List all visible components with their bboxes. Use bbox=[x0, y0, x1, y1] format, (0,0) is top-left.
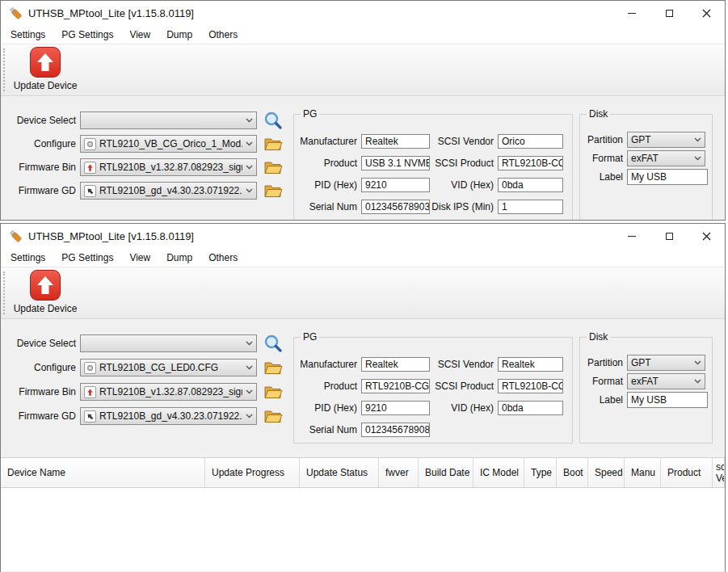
menu-pg-settings[interactable]: PG Settings bbox=[53, 26, 121, 44]
vid-hex-field[interactable]: 0bda bbox=[498, 178, 563, 192]
search-devices-button[interactable] bbox=[263, 111, 284, 130]
usb-drive-icon bbox=[7, 228, 23, 244]
firmware-bin-file-icon bbox=[84, 162, 96, 174]
disk-ips-field[interactable]: 1 bbox=[498, 200, 563, 214]
config-file-icon bbox=[84, 362, 96, 374]
browse-firmware-gd-button[interactable] bbox=[263, 406, 284, 426]
menu-others[interactable]: Others bbox=[200, 26, 246, 44]
column-header-build-date[interactable]: Build Date bbox=[419, 458, 473, 487]
update-device-button[interactable]: Update Device bbox=[11, 47, 80, 91]
firmware-gd-label: Firmware GD bbox=[5, 407, 76, 425]
minimize-button[interactable] bbox=[613, 224, 650, 248]
menu-view[interactable]: View bbox=[121, 249, 158, 267]
browse-configure-button[interactable] bbox=[263, 358, 284, 377]
maximize-button[interactable] bbox=[650, 224, 688, 248]
chevron-down-icon bbox=[691, 360, 701, 365]
volume-label-field[interactable]: My USB bbox=[627, 169, 708, 185]
window-body: Device Select Configure RTL9210B_CG_LED0… bbox=[1, 319, 725, 571]
browse-firmware-gd-button[interactable] bbox=[263, 181, 284, 200]
volume-label-field[interactable]: My USB bbox=[627, 392, 708, 408]
column-header-speed[interactable]: Speed bbox=[588, 458, 625, 487]
partition-combobox[interactable]: GPT bbox=[627, 355, 705, 371]
close-button[interactable] bbox=[688, 224, 725, 248]
configure-value: RTL9210_VB_CG_Orico_1_Mod.cfg bbox=[99, 138, 242, 149]
menu-settings[interactable]: Settings bbox=[2, 26, 53, 44]
configure-combobox[interactable]: RTL9210_VB_CG_Orico_1_Mod.cfg bbox=[80, 135, 257, 153]
scsi-product-field[interactable]: RTL9210B-CG bbox=[498, 379, 563, 393]
screen: UTHSB_MPtool_Lite [v1.15.8.0119] Setting… bbox=[0, 0, 728, 572]
device-table-body[interactable] bbox=[1, 488, 725, 571]
column-header-update-status[interactable]: Update Status bbox=[300, 458, 379, 487]
chevron-down-icon bbox=[242, 341, 253, 346]
configure-label: Configure bbox=[5, 359, 76, 376]
partition-value: GPT bbox=[631, 357, 651, 368]
menu-others[interactable]: Others bbox=[200, 249, 246, 267]
firmware-bin-value: RTL9210B_v1.32.87.082923_signed. bbox=[99, 162, 242, 173]
column-header-device-name[interactable]: Device Name bbox=[1, 458, 205, 487]
device-select-combobox[interactable] bbox=[80, 334, 257, 352]
partition-value: GPT bbox=[631, 134, 651, 145]
format-combobox[interactable]: exFAT bbox=[627, 150, 705, 166]
scsi-product-field[interactable]: RTL9210B-CG bbox=[498, 156, 563, 170]
format-value: exFAT bbox=[631, 153, 659, 164]
firmware-gd-combobox[interactable]: RTL9210B_gd_v4.30.23.071922.bin bbox=[80, 182, 257, 200]
configure-value: RTL9210B_CG_LED0.CFG bbox=[99, 362, 218, 373]
menu-dump[interactable]: Dump bbox=[158, 26, 200, 44]
usb-drive-icon bbox=[7, 5, 23, 21]
update-device-label: Update Device bbox=[11, 80, 80, 91]
column-header-product[interactable]: Product bbox=[661, 458, 713, 487]
firmware-bin-combobox[interactable]: RTL9210B_v1.32.87.082923_signed. bbox=[80, 158, 257, 176]
firmware-bin-value: RTL9210B_v1.32.87.082923_signed. bbox=[99, 386, 242, 397]
pg-group-title: PG bbox=[301, 331, 319, 343]
column-header-boot[interactable]: Boot bbox=[557, 458, 588, 487]
firmware-bin-label: Firmware Bin bbox=[5, 158, 76, 176]
update-device-button[interactable]: Update Device bbox=[11, 270, 80, 314]
menubar: Settings PG Settings View Dump Others bbox=[1, 25, 725, 44]
menu-view[interactable]: View bbox=[121, 26, 158, 44]
close-button[interactable] bbox=[688, 1, 725, 25]
titlebar[interactable]: UTHSB_MPtool_Lite [v1.15.8.0119] bbox=[1, 224, 725, 248]
disk-group: Disk Partition GPT Format exFAT Label My… bbox=[579, 114, 713, 221]
search-icon bbox=[263, 111, 283, 130]
browse-configure-button[interactable] bbox=[263, 134, 284, 154]
device-select-combobox[interactable] bbox=[80, 111, 257, 129]
chevron-down-icon bbox=[242, 389, 253, 394]
scsi-vendor-field[interactable]: Orico bbox=[498, 134, 563, 149]
menu-settings[interactable]: Settings bbox=[2, 249, 53, 267]
serial-num-label: Serial Num bbox=[296, 200, 357, 214]
serial-num-label: Serial Num bbox=[296, 423, 357, 437]
folder-icon bbox=[264, 360, 283, 375]
firmware-bin-combobox[interactable]: RTL9210B_v1.32.87.082923_signed. bbox=[80, 383, 257, 401]
partition-combobox[interactable]: GPT bbox=[627, 132, 705, 148]
configure-combobox[interactable]: RTL9210B_CG_LED0.CFG bbox=[80, 359, 257, 376]
column-header-scsi-ven[interactable]: scsi Ven bbox=[713, 458, 725, 487]
column-header-manu[interactable]: Manu bbox=[625, 458, 661, 487]
firmware-gd-combobox[interactable]: RTL9210B_gd_v4.30.23.071922.bin bbox=[80, 407, 257, 425]
minimize-button[interactable] bbox=[613, 1, 650, 25]
vid-hex-field[interactable]: 0bda bbox=[498, 401, 563, 415]
toolbar-grip[interactable] bbox=[3, 48, 5, 91]
column-header-fwver[interactable]: fwver bbox=[379, 458, 419, 487]
column-header-ic-model[interactable]: IC Model bbox=[473, 458, 524, 487]
firmware-gd-value: RTL9210B_gd_v4.30.23.071922.bin bbox=[99, 410, 242, 422]
vid-hex-label: VID (Hex) bbox=[398, 178, 494, 192]
format-combobox[interactable]: exFAT bbox=[627, 373, 705, 389]
maximize-button[interactable] bbox=[650, 1, 688, 25]
search-devices-button[interactable] bbox=[263, 334, 284, 353]
disk-group: Disk Partition GPT Format exFAT Label My… bbox=[579, 337, 713, 444]
window-controls bbox=[613, 224, 725, 248]
column-header-update-progress[interactable]: Update Progress bbox=[205, 458, 300, 487]
serial-num-field[interactable]: 012345678908 bbox=[361, 423, 430, 437]
product-label: Product bbox=[296, 379, 357, 393]
column-header-type[interactable]: Type bbox=[524, 458, 557, 487]
window-title: UTHSB_MPtool_Lite [v1.15.8.0119] bbox=[28, 230, 194, 242]
browse-firmware-bin-button[interactable] bbox=[263, 158, 284, 177]
device-table-header: Device Name Update Progress Update Statu… bbox=[1, 457, 725, 488]
close-icon bbox=[702, 232, 711, 241]
menu-dump[interactable]: Dump bbox=[158, 249, 200, 267]
menu-pg-settings[interactable]: PG Settings bbox=[53, 249, 121, 267]
scsi-vendor-field[interactable]: Realtek bbox=[498, 357, 563, 372]
titlebar[interactable]: UTHSB_MPtool_Lite [v1.15.8.0119] bbox=[1, 1, 725, 25]
toolbar-grip[interactable] bbox=[3, 271, 5, 314]
browse-firmware-bin-button[interactable] bbox=[263, 382, 284, 402]
